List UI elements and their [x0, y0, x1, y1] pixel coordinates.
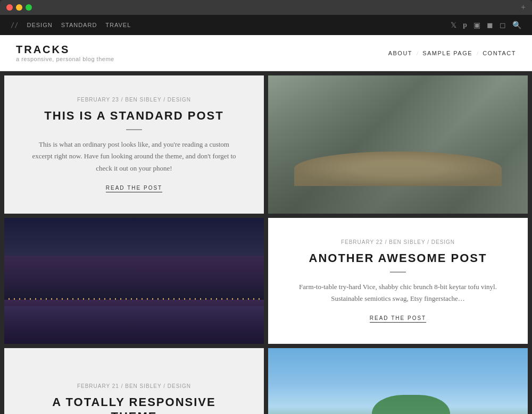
nav-about[interactable]: ABOUT	[388, 50, 412, 56]
rss-icon[interactable]: ◼	[487, 21, 493, 30]
top-nav-left: // DESIGN STANDARD TRAVEL	[11, 21, 131, 29]
twitter-icon[interactable]: 𝕏	[451, 21, 456, 30]
nav-contact[interactable]: CONTACT	[483, 50, 516, 56]
new-tab-button[interactable]: +	[521, 3, 526, 12]
maximize-button[interactable]	[26, 4, 32, 11]
nav-sep-2: /	[477, 50, 478, 56]
forest-image	[268, 75, 528, 214]
post-card-2: FEBRUARY 22 / BEN SIBLEY / DESIGN ANOTHE…	[268, 218, 528, 344]
main-nav: ABOUT / SAMPLE PAGE / CONTACT	[388, 50, 516, 56]
traffic-lights	[6, 4, 32, 11]
sky-image	[268, 348, 528, 414]
site-tagline: a responsive, personal blog theme	[16, 56, 114, 62]
nav-design[interactable]: DESIGN	[27, 22, 52, 28]
post-image-2	[4, 218, 264, 344]
post-excerpt-1: This is what an ordinary post looks like…	[31, 139, 237, 174]
nav-slash: //	[11, 21, 18, 29]
minimize-button[interactable]	[16, 4, 22, 11]
post-divider-1	[126, 129, 142, 130]
post-card-3: FEBRUARY 21 / BEN SIBLEY / DESIGN A TOTA…	[4, 348, 264, 414]
post-meta-2: FEBRUARY 22 / BEN SIBLEY / DESIGN	[341, 239, 455, 245]
post-excerpt-2: Farm-to-table try-hard Vice, shabby chic…	[295, 281, 501, 305]
site-title: TRACKS	[16, 44, 114, 56]
instagram-icon[interactable]: ◻	[500, 21, 506, 30]
nav-sep-1: /	[417, 50, 418, 56]
top-nav-bar: // DESIGN STANDARD TRAVEL 𝕏 𝐩 ▣ ◼ ◻ 🔍	[0, 15, 532, 35]
post-card-1: FEBRUARY 23 / BEN SIBLEY / DESIGN THIS I…	[4, 75, 264, 214]
bridge-lights	[4, 298, 264, 300]
close-button[interactable]	[6, 4, 13, 11]
top-nav-right: 𝕏 𝐩 ▣ ◼ ◻ 🔍	[451, 21, 521, 30]
nav-travel[interactable]: TRAVEL	[105, 22, 131, 28]
site-header: TRACKS a responsive, personal blog theme…	[0, 35, 532, 71]
read-more-1[interactable]: READ THE POST	[106, 185, 162, 192]
bridge-image	[4, 218, 264, 344]
post-meta-1: FEBRUARY 23 / BEN SIBLEY / DESIGN	[77, 97, 191, 103]
vimeo-icon[interactable]: ▣	[473, 21, 480, 30]
pinterest-icon[interactable]: 𝐩	[463, 21, 467, 29]
post-divider-2	[390, 272, 406, 273]
nav-sample-page[interactable]: SAMPLE PAGE	[422, 50, 472, 56]
post-title-3: A TOTALLY RESPONSIVE THEME	[31, 395, 237, 414]
content-area: FEBRUARY 23 / BEN SIBLEY / DESIGN THIS I…	[0, 71, 532, 414]
browser-chrome: +	[0, 0, 532, 15]
post-image-1	[268, 75, 528, 214]
nav-standard[interactable]: STANDARD	[61, 22, 97, 28]
search-icon[interactable]: 🔍	[512, 21, 521, 30]
post-image-3	[268, 348, 528, 414]
post-meta-3: FEBRUARY 21 / BEN SIBLEY / DESIGN	[77, 383, 191, 389]
site-branding: TRACKS a responsive, personal blog theme	[16, 44, 114, 62]
post-title-2: ANOTHER AWESOME POST	[309, 251, 487, 265]
read-more-2[interactable]: READ THE POST	[370, 315, 426, 323]
post-title-1: THIS IS A STANDARD POST	[44, 109, 223, 123]
